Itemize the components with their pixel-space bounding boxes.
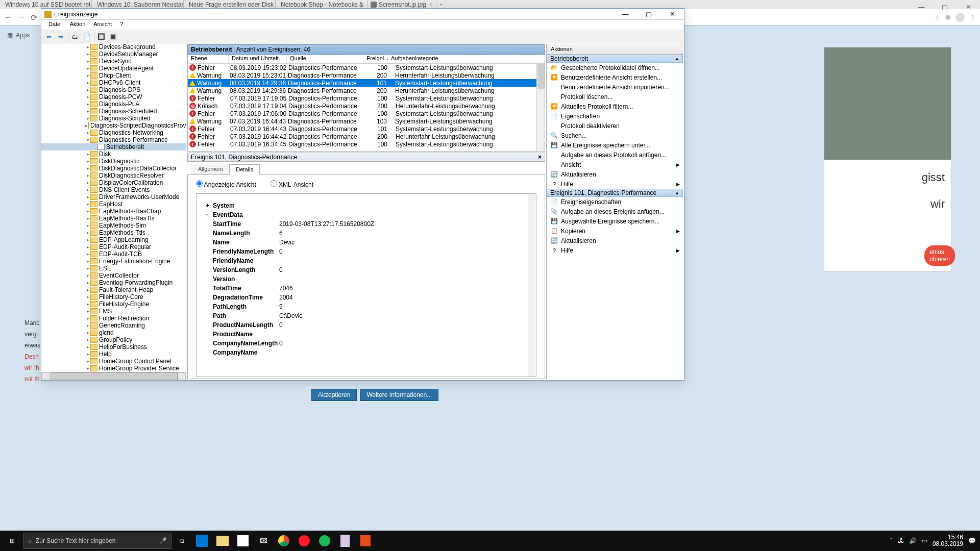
taskbar-opera-icon[interactable]: [294, 531, 314, 551]
tree-node[interactable]: ▸GroupPolicy: [41, 336, 186, 343]
maximize-button[interactable]: ▢: [637, 9, 660, 20]
action-item[interactable]: 🔄Aktualisieren: [547, 236, 683, 245]
expand-arrow-icon[interactable]: ▸: [85, 223, 90, 228]
taskbar-search[interactable]: ⌕ Zur Suche Text hier eingeben 🎤: [23, 533, 172, 549]
expand-arrow-icon[interactable]: ▸: [85, 359, 90, 364]
tray-network-icon[interactable]: 🖧: [898, 537, 904, 544]
action-item[interactable]: 📎Aufgabe an dieses Ereignis anfügen...: [547, 207, 683, 216]
expand-arrow-icon[interactable]: ▸: [85, 59, 90, 64]
column-header[interactable]: Ebene: [188, 55, 229, 63]
tree-node[interactable]: ▸DriverFrameworks-UserMode: [41, 193, 186, 201]
expand-arrow-icon[interactable]: ▸: [85, 216, 90, 221]
expand-arrow-icon[interactable]: ▸: [85, 109, 90, 114]
tree-node[interactable]: Betriebsbereit: [41, 143, 186, 151]
column-header[interactable]: Ereigni...: [363, 55, 388, 63]
event-list-scrollbar[interactable]: [536, 64, 545, 151]
column-header[interactable]: Datum und Uhrzeit: [229, 55, 287, 63]
expand-arrow-icon[interactable]: ▸: [85, 330, 90, 335]
menu-item[interactable]: Datei: [44, 20, 66, 30]
apps-label[interactable]: Apps: [16, 32, 30, 39]
event-row[interactable]: !Fehler07.03.2019 16:44:43Diagnostics-Pe…: [188, 125, 536, 133]
tree-node[interactable]: ▸Diagnosis-DPS: [41, 86, 186, 93]
action-item[interactable]: ?Hilfe▶: [547, 245, 683, 255]
actions-section-event[interactable]: Ereignis 101, Diagnostics-Performance▲: [547, 189, 683, 197]
expand-arrow-icon[interactable]: ▸: [85, 287, 90, 292]
tree-node[interactable]: ▸DNS Client Events: [41, 186, 186, 193]
browser-maximize-button[interactable]: ▢: [933, 0, 957, 13]
column-header[interactable]: Quelle: [287, 55, 363, 63]
tray-overflow-icon[interactable]: ˄: [890, 537, 893, 544]
minimize-button[interactable]: —: [614, 9, 637, 20]
taskbar-office-icon[interactable]: [355, 531, 376, 551]
apps-icon[interactable]: ▦: [7, 32, 13, 39]
tree-node[interactable]: ▸DisplayColorCalibration: [41, 179, 186, 186]
action-item[interactable]: 💾Alle Ereignisse speichern unter...: [547, 140, 683, 150]
tree-node[interactable]: ▸Diagnosis-PLA: [41, 101, 186, 108]
expand-arrow-icon[interactable]: ▸: [85, 66, 90, 71]
expand-arrow-icon[interactable]: ▸: [85, 237, 90, 242]
actions-section-log[interactable]: Betriebsbereit▲: [547, 55, 683, 63]
expand-arrow-icon[interactable]: ▸: [85, 294, 90, 299]
tree-node[interactable]: ▸Diagnosis-Scripted: [41, 115, 186, 122]
tree-node[interactable]: ▸EapHost: [41, 201, 186, 208]
taskbar-explorer-icon[interactable]: [212, 531, 233, 551]
action-item[interactable]: Protokoll deaktivieren: [547, 121, 683, 131]
expand-arrow-icon[interactable]: ▸: [85, 280, 90, 285]
tree-node[interactable]: ▸Diagnosis-Scheduled: [41, 108, 186, 115]
reload-button[interactable]: ⟳: [31, 13, 37, 22]
event-row[interactable]: Warnung07.03.2019 16:44:43Diagnostics-Pe…: [188, 117, 536, 125]
tree-node[interactable]: ▾Diagnostics-Performance: [41, 136, 186, 143]
properties-button[interactable]: 📄: [81, 31, 92, 42]
menu-item[interactable]: ?: [116, 20, 127, 30]
event-row[interactable]: Warnung08.03.2019 15:23:01Diagnostics-Pe…: [188, 71, 536, 79]
event-row[interactable]: !Fehler08.03.2019 15:23:02Diagnostics-Pe…: [188, 64, 536, 71]
tree-node[interactable]: ▸EDP-AppLearning: [41, 236, 186, 243]
tray-notifications-icon[interactable]: 💬: [968, 537, 976, 544]
browser-minimize-button[interactable]: —: [910, 0, 933, 13]
tree-node[interactable]: ▸FMS: [41, 308, 186, 315]
action-item[interactable]: 💾Ausgewählte Ereignisse speichern...: [547, 216, 683, 226]
expand-arrow-icon[interactable]: ▸: [85, 230, 90, 235]
expand-arrow-icon[interactable]: ▾: [85, 137, 90, 142]
nav-forward-button[interactable]: ➡: [55, 31, 66, 42]
tree-node[interactable]: ▸Devices-Background: [41, 43, 186, 51]
column-header[interactable]: Aufgabenkategorie: [388, 55, 505, 63]
taskbar-mail-icon[interactable]: ✉: [253, 531, 274, 551]
start-button[interactable]: ⊞: [0, 531, 24, 551]
tree-node[interactable]: ▸Eventlog-ForwardingPlugin: [41, 279, 186, 286]
avatar-icon[interactable]: [955, 13, 965, 22]
tree-node[interactable]: ▸Fault-Tolerant-Heap: [41, 286, 186, 293]
action-item[interactable]: 📄Ereigniseigenschaften: [547, 197, 683, 207]
tree-node[interactable]: ▸EapMethods-Ttls: [41, 229, 186, 236]
tray-language-icon[interactable]: ▭: [922, 537, 927, 544]
event-row[interactable]: !Fehler07.03.2019 16:34:45Diagnostics-Pe…: [188, 140, 536, 148]
forward-button[interactable]: →: [17, 13, 26, 22]
expand-arrow-icon[interactable]: ▸: [85, 187, 90, 192]
expand-arrow-icon[interactable]: ▸: [85, 116, 90, 121]
expand-arrow-icon[interactable]: ▸: [85, 180, 90, 185]
tree-node[interactable]: ▸DiskDiagnostic: [41, 158, 186, 165]
expand-arrow-icon[interactable]: ▸: [85, 73, 90, 78]
expand-arrow-icon[interactable]: ▸: [85, 244, 90, 249]
tree-node[interactable]: ▸Diagnosis-ScriptedDiagnosticsProvider: [41, 122, 186, 129]
show-hide-tree-button[interactable]: 🗂: [69, 31, 81, 42]
action-item[interactable]: 📂Gespeicherte Protokolldatei öffnen...: [547, 63, 683, 72]
tray-volume-icon[interactable]: 🔊: [909, 537, 917, 544]
expand-arrow-icon[interactable]: ▸: [85, 202, 90, 207]
browser-close-button[interactable]: ✕: [957, 0, 980, 13]
action-item[interactable]: 🔍Suchen...: [547, 131, 683, 140]
tree-node[interactable]: ▸DiskDiagnosticResolver: [41, 172, 186, 179]
tree-node[interactable]: ▸EDP-Audit-Regular: [41, 243, 186, 251]
radio-friendly-view[interactable]: Angezeigte Ansicht: [196, 180, 256, 188]
nav-back-button[interactable]: ⬅: [43, 31, 55, 42]
event-row[interactable]: !Fehler07.03.2019 17:06:00Diagnostics-Pe…: [188, 110, 536, 117]
action-item[interactable]: Aufgabe an dieses Protokoll anfügen...: [547, 150, 683, 160]
tree-node[interactable]: ▸DHCPv6-Client: [41, 79, 186, 86]
tree-node[interactable]: ▸HomeGroup Provider Service: [41, 365, 186, 372]
tree-node[interactable]: ▸DeviceUpdateAgent: [41, 65, 186, 72]
shield-icon[interactable]: ⬣: [945, 14, 950, 21]
expand-arrow-icon[interactable]: ▸: [85, 316, 90, 321]
expand-arrow-icon[interactable]: ▸: [85, 94, 90, 99]
tree-node[interactable]: ▸Folder Redirection: [41, 315, 186, 322]
tree-node[interactable]: ▸Dhcp-Client: [41, 72, 186, 79]
